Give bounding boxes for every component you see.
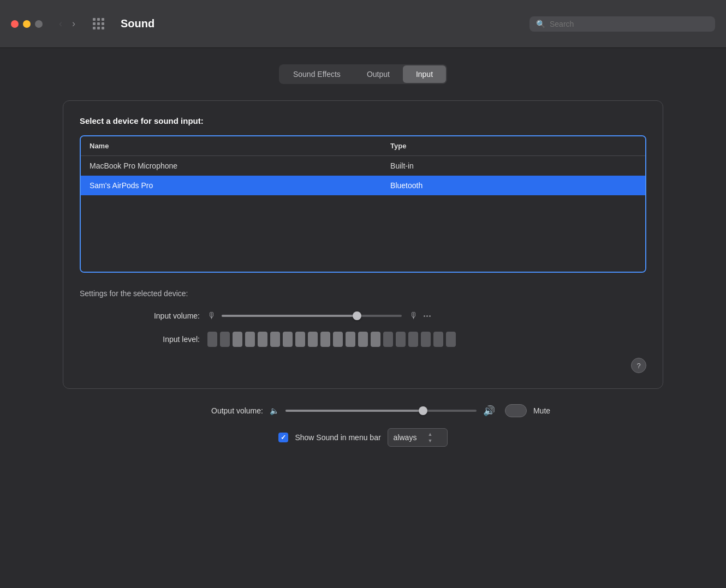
- mic-loud-icon: 🎙: [409, 311, 418, 321]
- level-bar: [295, 332, 305, 347]
- window-title: Sound: [121, 17, 154, 30]
- back-button[interactable]: ‹: [56, 17, 66, 31]
- tab-output[interactable]: Output: [354, 65, 403, 83]
- device-section-title: Select a device for sound input:: [80, 116, 646, 125]
- mic-quiet-icon: 🎙: [207, 311, 216, 321]
- input-level-label: Input level:: [112, 335, 200, 344]
- device-type-macbook: Built-in: [390, 161, 636, 170]
- level-bar: [233, 332, 242, 347]
- volume-quiet-icon: 🔈: [270, 406, 279, 415]
- traffic-lights: [11, 20, 43, 28]
- volume-loud-icon: 🔊: [483, 405, 495, 417]
- level-bar: [371, 332, 380, 347]
- tabs: Sound Effects Output Input: [279, 64, 447, 84]
- input-volume-slider[interactable]: [222, 315, 402, 317]
- output-volume-label: Output volume:: [176, 406, 263, 415]
- level-bar: [333, 332, 343, 347]
- search-input[interactable]: [550, 20, 709, 28]
- output-volume-thumb[interactable]: [419, 406, 427, 415]
- input-volume-label: Input volume:: [112, 311, 200, 320]
- level-bar: [346, 332, 355, 347]
- input-level-row: Input level:: [80, 332, 646, 347]
- level-bar: [320, 332, 330, 347]
- level-bar: [245, 332, 255, 347]
- output-volume-row: Output volume: 🔈 🔊 Mute: [176, 404, 550, 417]
- help-button-container: ?: [80, 358, 646, 373]
- settings-panel: Select a device for sound input: Name Ty…: [63, 100, 663, 389]
- apps-grid-icon[interactable]: [93, 18, 104, 29]
- show-sound-label: Show Sound in menu bar: [295, 433, 380, 442]
- tab-input[interactable]: Input: [403, 65, 446, 83]
- input-level-meters: [207, 332, 456, 347]
- menu-bar-option: always: [394, 433, 417, 442]
- output-volume-slider[interactable]: [285, 410, 477, 412]
- menu-bar-row: ✓ Show Sound in menu bar always ▲ ▼: [278, 428, 447, 447]
- level-bar: [207, 332, 217, 347]
- mute-label: Mute: [533, 406, 550, 415]
- device-table: Name Type MacBook Pro Microphone Built-i…: [80, 135, 646, 273]
- checkmark-icon: ✓: [281, 434, 286, 441]
- tab-sound-effects[interactable]: Sound Effects: [280, 65, 354, 83]
- level-bar: [358, 332, 368, 347]
- input-volume-slider-container: 🎙 🎙: [207, 311, 431, 321]
- titlebar: ‹ › Sound 🔍: [0, 0, 726, 48]
- input-volume-thumb[interactable]: [353, 311, 361, 320]
- forward-button[interactable]: ›: [69, 17, 79, 31]
- table-row[interactable]: MacBook Pro Microphone Built-in: [81, 156, 645, 176]
- fullscreen-button[interactable]: [35, 20, 43, 28]
- search-bar[interactable]: 🔍: [529, 16, 715, 32]
- level-bar: [383, 332, 393, 347]
- nav-arrows: ‹ ›: [56, 17, 79, 31]
- minimize-button[interactable]: [23, 20, 31, 28]
- settings-section: Settings for the selected device: Input …: [80, 289, 646, 373]
- table-header: Name Type: [81, 136, 645, 156]
- main-content: Sound Effects Output Input Select a devi…: [0, 48, 726, 463]
- col-name-header: Name: [90, 142, 390, 150]
- mic-active-dots: [424, 315, 431, 317]
- level-bar: [446, 332, 456, 347]
- table-row[interactable]: Sam's AirPods Pro Bluetooth: [81, 176, 645, 195]
- bottom-controls: Output volume: 🔈 🔊 Mute ✓ Show Sound in …: [63, 404, 663, 447]
- close-button[interactable]: [11, 20, 19, 28]
- mute-toggle[interactable]: [505, 404, 527, 417]
- menu-bar-dropdown[interactable]: always ▲ ▼: [388, 428, 448, 447]
- device-type-airpods: Bluetooth: [390, 181, 636, 190]
- search-icon: 🔍: [536, 20, 545, 28]
- level-bar: [433, 332, 443, 347]
- level-bar: [258, 332, 267, 347]
- level-bar: [408, 332, 418, 347]
- level-bar: [308, 332, 318, 347]
- table-empty-area: [81, 195, 645, 272]
- device-name-airpods: Sam's AirPods Pro: [90, 181, 390, 190]
- level-bar: [421, 332, 431, 347]
- level-bar: [220, 332, 230, 347]
- input-volume-row: Input volume: 🎙 🎙: [80, 311, 646, 321]
- level-bar: [396, 332, 406, 347]
- dropdown-arrows-icon: ▲ ▼: [427, 431, 432, 443]
- col-type-header: Type: [390, 142, 636, 150]
- device-name-macbook: MacBook Pro Microphone: [90, 161, 390, 170]
- level-bar: [270, 332, 280, 347]
- show-sound-checkbox[interactable]: ✓: [278, 433, 288, 442]
- settings-label: Settings for the selected device:: [80, 289, 646, 298]
- level-bar: [283, 332, 293, 347]
- help-button[interactable]: ?: [631, 358, 646, 373]
